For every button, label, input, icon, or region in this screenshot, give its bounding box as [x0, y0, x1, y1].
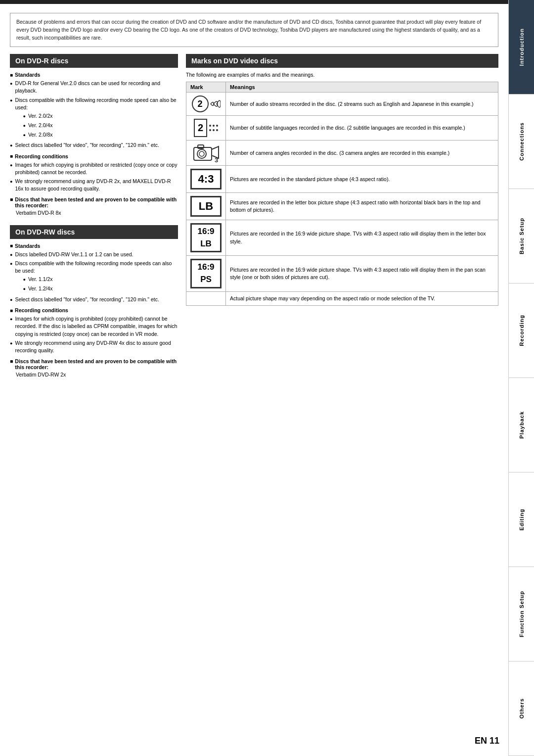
mark-lb-cell: LB	[186, 193, 226, 220]
dvdrw-standards-title: Standards	[10, 243, 178, 249]
sidebar-section-basic-setup: Basic Setup	[509, 189, 534, 284]
dot	[216, 125, 218, 127]
svg-point-2	[199, 151, 204, 156]
mark-lb-meanings: Pictures are recorded in the letter box …	[226, 193, 498, 220]
list-item: We strongly recommend using any DVD-RW 4…	[10, 339, 178, 354]
two-column-layout: On DVD-R discs Standards DVD-R for Gener…	[10, 54, 498, 378]
list-item: Select discs labelled "for video", "for …	[10, 142, 178, 149]
page-footer: EN 11	[475, 736, 499, 746]
mark-camera-cell: 3	[186, 141, 226, 166]
mark-169lb-cell: 16:9 LB	[186, 220, 226, 256]
list-item: Images for which copying is prohibited (…	[10, 315, 178, 338]
dot	[209, 129, 211, 131]
subtitle-mark: 2	[194, 119, 218, 137]
audio-mark: 2	[190, 95, 222, 112]
table-row: 2 Number of audio streams	[186, 93, 498, 116]
list-item: Discs labelled DVD-RW Ver.1.1 or 1.2 can…	[10, 251, 178, 258]
dot	[216, 129, 218, 131]
dvdrw-recording-title: Recording conditions	[10, 307, 178, 313]
camera-mark: 3	[190, 143, 222, 162]
dvdr-tested-value: Verbatim DVD-R 8x	[10, 209, 178, 217]
list-item: Images for which copying is prohibited o…	[10, 161, 178, 176]
camera-icon-svg: 3	[193, 143, 220, 162]
mark-none-meanings: Actual picture shape may vary depending …	[226, 291, 498, 305]
dvdrw-recording-list: Images for which copying is prohibited (…	[10, 315, 178, 354]
main-content: Because of problems and errors that can …	[0, 0, 508, 378]
mark-43-cell: 4:3	[186, 166, 226, 193]
dot	[209, 125, 211, 127]
marks-header: Marks on DVD video discs	[186, 54, 498, 68]
dvdrw-recording-item-0: Images for which copying is prohibited (…	[15, 315, 178, 338]
list-item: Select discs labelled "for video", "for …	[10, 296, 178, 303]
table-row: LB Pictures are recorded in the letter b…	[186, 193, 498, 220]
right-sidebar: Introduction Connections Basic Setup Rec…	[508, 0, 534, 756]
sidebar-label-introduction: Introduction	[519, 28, 525, 66]
dot	[213, 125, 215, 127]
dvdr-tested-note: Discs that have been tested and are prov…	[10, 196, 178, 208]
col-meanings: Meanings	[226, 82, 498, 93]
mark-169ps: 16:9 PS	[190, 259, 222, 288]
mark-43: 4:3	[190, 169, 222, 189]
right-column: Marks on DVD video discs The following a…	[186, 54, 498, 378]
dvdrw-section: On DVD-RW discs Standards Discs labelled…	[10, 225, 178, 379]
dvdr-standards-item-2: Select discs labelled "for video", "for …	[15, 142, 159, 149]
subtitle-number: 2	[194, 119, 207, 137]
dvdrw-standards-list: Discs labelled DVD-RW Ver.1.1 or 1.2 can…	[10, 251, 178, 303]
dvdrw-standards-item-2: Select discs labelled "for video", "for …	[15, 296, 159, 303]
dvdr-header: On DVD-R discs	[10, 54, 178, 68]
left-column: On DVD-R discs Standards DVD-R for Gener…	[10, 54, 178, 378]
dvdr-speeds: Ver. 2.0/2x Ver. 2.0/4x Ver. 2.0/8x	[15, 112, 178, 139]
sidebar-section-introduction: Introduction	[509, 0, 534, 94]
sidebar-section-function-setup: Function Setup	[509, 567, 534, 662]
sidebar-label-playback: Playback	[519, 411, 525, 439]
list-item: Discs compatible with the following reco…	[10, 96, 178, 141]
dvdr-standards-title: Standards	[10, 72, 178, 78]
dot-row-2	[209, 129, 218, 131]
mark-169lb-meanings: Pictures are recorded in the 16:9 wide p…	[226, 220, 498, 256]
sidebar-section-connections: Connections	[509, 94, 534, 189]
dvdr-recording-list: Images for which copying is prohibited o…	[10, 161, 178, 193]
disclaimer-box: Because of problems and errors that can …	[10, 13, 498, 47]
mark-subtitle-meanings: Number of subtitle languages recorded in…	[226, 116, 498, 141]
col-mark: Mark	[186, 82, 226, 93]
list-item: We strongly recommend using any DVD-R 2x…	[10, 178, 178, 192]
disclaimer-text: Because of problems and errors that can …	[16, 19, 481, 41]
list-item: Ver. 2.0/2x	[23, 112, 178, 120]
page-number: EN 11	[475, 736, 499, 746]
dvdrw-header: On DVD-RW discs	[10, 225, 178, 239]
table-row: 3 Number of camera angles recorded in th…	[186, 141, 498, 166]
list-item: Ver. 2.0/4x	[23, 122, 178, 130]
svg-point-1	[197, 149, 206, 158]
dvdrw-recording-item-1: We strongly recommend using any DVD-RW 4…	[15, 339, 178, 354]
table-row: Actual picture shape may vary depending …	[186, 291, 498, 305]
sidebar-label-others: Others	[519, 698, 525, 718]
mark-169ps-meanings: Pictures are recorded in the 16:9 wide p…	[226, 256, 498, 291]
dvdrw-standards-item-1: Discs compatible with the following reco…	[15, 260, 172, 274]
subtitle-dots	[209, 125, 218, 131]
table-row: 4:3 Pictures are recorded in the standar…	[186, 166, 498, 193]
dvdr-recording-title: Recording conditions	[10, 153, 178, 159]
dvdrw-standards-item-0: Discs labelled DVD-RW Ver.1.1 or 1.2 can…	[15, 251, 133, 258]
sidebar-label-function-setup: Function Setup	[519, 591, 525, 637]
dvdrw-tested-title: Discs that have been tested and are prov…	[15, 358, 178, 370]
dvdrw-tested-note: Discs that have been tested and are prov…	[10, 358, 178, 370]
sidebar-section-others: Others	[509, 662, 534, 756]
mark-subtitle-cell: 2	[186, 116, 226, 141]
list-item: DVD-R for General Ver.2.0 discs can be u…	[10, 80, 178, 94]
svg-text:3: 3	[215, 156, 218, 162]
list-item: Ver. 1.1/2x	[23, 276, 178, 284]
dvdr-recording-item-1: We strongly recommend using any DVD-R 2x…	[15, 178, 178, 192]
mark-none-cell	[186, 291, 226, 305]
table-row: 2	[186, 116, 498, 141]
list-item: Ver. 1.2/4x	[23, 285, 178, 293]
dvdr-standards-list: DVD-R for General Ver.2.0 discs can be u…	[10, 80, 178, 149]
table-row: 16:9 PS Pictures are recorded in the 16:…	[186, 256, 498, 291]
mark-audio-meanings: Number of audio streams recorded in the …	[226, 93, 498, 116]
dvdr-section: On DVD-R discs Standards DVD-R for Gener…	[10, 54, 178, 217]
dvdrw-title: On DVD-RW discs	[15, 228, 75, 236]
sidebar-section-recording: Recording	[509, 284, 534, 378]
mark-43-meanings: Pictures are recorded in the standard pi…	[226, 166, 498, 193]
mark-169lb: 16:9 LB	[190, 223, 222, 252]
marks-title: Marks on DVD video discs	[191, 57, 278, 65]
marks-table: Mark Meanings 2	[186, 82, 498, 306]
